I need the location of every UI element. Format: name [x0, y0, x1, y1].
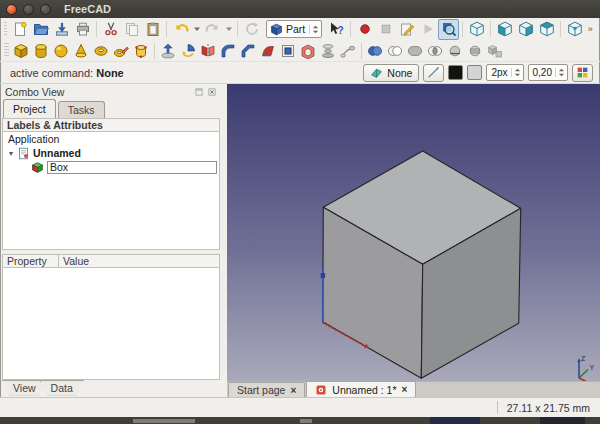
boolean-button[interactable]	[365, 40, 385, 61]
revolve-button[interactable]	[178, 40, 198, 61]
view-top-button[interactable]	[536, 19, 557, 40]
refresh-icon	[244, 21, 260, 37]
3d-viewport[interactable]: Z Y X	[227, 84, 600, 381]
box-icon	[13, 43, 29, 59]
property-column-header[interactable]: Property	[3, 255, 59, 267]
overflow-button[interactable]: »	[585, 19, 596, 40]
tree-header: Labels & Attributes	[2, 118, 220, 132]
workbench-dropdown-arrows[interactable]	[309, 25, 319, 34]
minimize-window-button[interactable]	[23, 4, 34, 15]
close-window-button[interactable]	[6, 4, 17, 15]
box-item-label: Box	[50, 161, 68, 173]
dropdown-caret-button[interactable]	[191, 19, 202, 40]
tab-data[interactable]: Data	[40, 380, 84, 396]
toolbar-separator	[350, 21, 351, 37]
open-button[interactable]	[30, 19, 51, 40]
macro-edit-button[interactable]	[396, 19, 417, 40]
close-tab-icon[interactable]: ×	[290, 385, 296, 396]
view-front-button[interactable]	[494, 19, 515, 40]
construction-mode-button[interactable]	[423, 64, 444, 82]
compound-icon	[487, 43, 503, 59]
view-right-button[interactable]	[515, 19, 536, 40]
dock-close-icon[interactable]	[207, 87, 217, 97]
extrude-button[interactable]	[158, 40, 178, 61]
view-fit-all-button[interactable]	[438, 19, 459, 40]
tab-project[interactable]: Project	[3, 99, 56, 118]
tree-item-document[interactable]: ▾ Unnamed	[3, 146, 219, 160]
view-isometric-button[interactable]	[564, 19, 585, 40]
tree-item-application[interactable]: Application	[3, 132, 219, 146]
tab-unnamed-document[interactable]: Unnamed : 1* ×	[306, 381, 416, 397]
box-button[interactable]	[11, 40, 31, 61]
close-tab-icon[interactable]: ×	[402, 384, 408, 395]
part-workbench-icon	[270, 23, 283, 36]
toolbar-drag-handle[interactable]	[4, 22, 7, 37]
toolbar-separator	[490, 21, 491, 37]
redo-button[interactable]	[202, 19, 223, 40]
sweep-button[interactable]	[338, 40, 358, 61]
fillet-button[interactable]	[218, 40, 238, 61]
save-button[interactable]	[51, 19, 72, 40]
print-button[interactable]	[72, 19, 93, 40]
section-button[interactable]	[445, 40, 465, 61]
chamfer-button[interactable]	[238, 40, 258, 61]
common-button[interactable]	[425, 40, 445, 61]
whats-this-button[interactable]: ?	[326, 19, 347, 40]
workbench-selector[interactable]: Part	[266, 20, 322, 38]
face-color-swatch[interactable]	[467, 65, 482, 80]
line-width-arrows[interactable]	[511, 68, 521, 77]
refresh-button[interactable]	[241, 19, 262, 40]
mirror-button[interactable]	[198, 40, 218, 61]
tab-tasks[interactable]: Tasks	[58, 101, 105, 118]
maximize-window-button[interactable]	[40, 4, 51, 15]
document-icon	[17, 147, 30, 160]
offset-button[interactable]	[278, 40, 298, 61]
cut-bool-button[interactable]	[385, 40, 405, 61]
line-color-swatch[interactable]	[448, 65, 463, 80]
cross-sections-button[interactable]	[465, 40, 485, 61]
active-command-value: None	[96, 67, 124, 79]
tab-start-page[interactable]: Start page ×	[228, 382, 305, 397]
shape-builder-button[interactable]	[131, 40, 151, 61]
dock-float-icon[interactable]	[194, 87, 204, 97]
autogroup-button[interactable]	[572, 64, 593, 82]
box-item-focus[interactable]: Box	[47, 161, 217, 174]
torus-button[interactable]	[91, 40, 111, 61]
macro-stop-button[interactable]	[375, 19, 396, 40]
ruled-surface-button[interactable]	[258, 40, 278, 61]
cylinder-button[interactable]	[31, 40, 51, 61]
loft-button[interactable]	[318, 40, 338, 61]
cone-icon	[73, 43, 89, 59]
macro-record-button[interactable]	[354, 19, 375, 40]
paste-icon	[145, 21, 161, 37]
expander-icon[interactable]: ▾	[9, 149, 17, 158]
sphere-button[interactable]	[51, 40, 71, 61]
property-editor-area[interactable]	[2, 268, 220, 380]
value-column-header[interactable]: Value	[59, 255, 219, 267]
primitives-button[interactable]	[111, 40, 131, 61]
tree-item-box[interactable]: Box	[3, 160, 219, 174]
paste-button[interactable]	[142, 19, 163, 40]
dropdown-caret-button[interactable]	[223, 19, 234, 40]
union-button[interactable]	[405, 40, 425, 61]
copy-icon	[124, 21, 140, 37]
dock-header: Combo View	[0, 84, 222, 100]
font-size-arrows[interactable]	[555, 68, 565, 77]
macro-play-button[interactable]	[417, 19, 438, 40]
line-width-spinner[interactable]: 2px	[486, 64, 523, 81]
view-axonometric-button[interactable]	[466, 19, 487, 40]
toolbar-drag-handle[interactable]	[4, 43, 9, 58]
tab-view[interactable]: View	[2, 380, 47, 396]
thickness-button[interactable]	[298, 40, 318, 61]
copy-button[interactable]	[121, 19, 142, 40]
document-label: Unnamed	[33, 147, 81, 159]
cut-button[interactable]	[100, 19, 121, 40]
revolve-icon	[180, 43, 196, 59]
compound-button[interactable]	[485, 40, 505, 61]
working-plane-button[interactable]: None	[363, 64, 419, 82]
font-size-spinner[interactable]: 0,20	[528, 64, 568, 81]
new-document-button[interactable]	[9, 19, 30, 40]
undo-button[interactable]	[170, 19, 191, 40]
cone-button[interactable]	[71, 40, 91, 61]
view-right-icon	[518, 21, 534, 37]
